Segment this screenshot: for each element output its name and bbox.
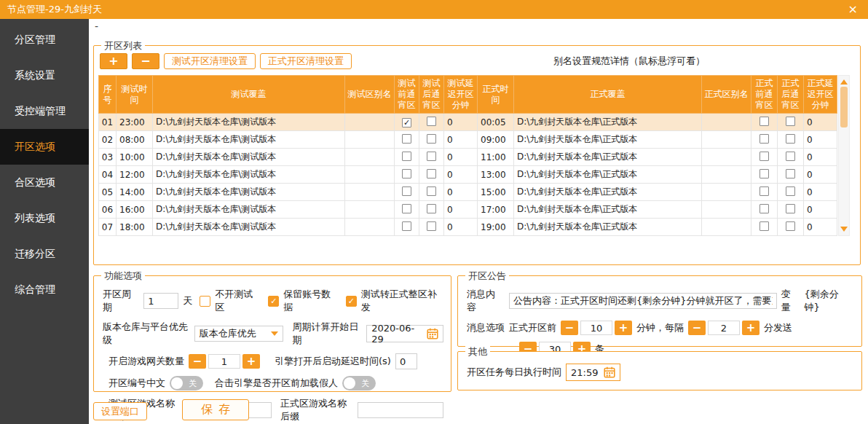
add-row-button[interactable]: + (100, 53, 127, 69)
test-pre-overnight-checkbox[interactable] (402, 204, 411, 213)
formal-time-cell: 11:00 (478, 149, 514, 166)
test-pre-overnight-checkbox[interactable] (402, 221, 411, 231)
formal-time-cell: 17:00 (478, 201, 514, 219)
collapse-dash: - (95, 20, 98, 32)
formal-delay-minutes-cell: 0 (804, 201, 837, 219)
test-pre-overnight-checkbox[interactable] (402, 152, 411, 161)
cycle-label: 开区周期 (103, 288, 139, 314)
formal-suffix-input[interactable] (358, 402, 443, 418)
formal-post-overnight-checkbox[interactable] (786, 204, 795, 213)
formal-post-overnight-checkbox[interactable] (786, 134, 795, 144)
row-no-cell: 03 (99, 149, 117, 166)
formal-cover-path-cell: D:\九剑封天版本仓库\正式版本 (514, 219, 702, 236)
cycle-input[interactable] (143, 293, 178, 309)
scroll-up-icon[interactable] (840, 79, 848, 85)
before-minutes-value[interactable]: 10 (580, 321, 612, 335)
test-pre-overnight-checkbox[interactable] (402, 169, 411, 178)
formal-pre-overnight-checkbox[interactable] (760, 187, 769, 196)
start-date-picker[interactable]: 2020-06-29 (366, 325, 443, 342)
col-header-test-delay: 测试延迟开区分钟 (444, 76, 478, 114)
zone-number-cn-label: 开区编号中文 (108, 377, 165, 390)
sidebar-item-migrate-partition[interactable]: 迁移分区 (0, 236, 89, 272)
test-post-overnight-checkbox[interactable] (427, 117, 436, 126)
scrollbar-thumb[interactable] (840, 87, 848, 127)
scroll-down-icon[interactable] (840, 227, 848, 232)
test-post-overnight-checkbox[interactable] (427, 204, 436, 213)
formal-pre-overnight-checkbox[interactable] (760, 134, 769, 144)
col-header-formal-time: 正式时间 (478, 76, 514, 114)
formal-post-overnight-checkbox-cell (778, 149, 804, 166)
formal-pre-overnight-checkbox[interactable] (760, 204, 769, 213)
formal-pre-overnight-checkbox[interactable] (760, 169, 769, 178)
task-time-picker[interactable]: 21:59 (566, 364, 620, 381)
sidebar-item-comprehensive-management[interactable]: 综合管理 (0, 272, 89, 307)
toggle-knob-icon (344, 377, 355, 389)
start-date-value: 2020-06-29 (371, 323, 421, 345)
interval-label: 分钟，每隔 (636, 321, 684, 334)
interval-stepper: − 2 + (688, 321, 760, 335)
col-header-formal-alias: 正式区别名 (702, 76, 751, 114)
sidebar-item-open-zone-options[interactable]: 开区选项 (0, 129, 89, 165)
test-post-overnight-checkbox[interactable] (427, 169, 436, 178)
test-zone-clean-settings-button[interactable]: 测试开区清理设置 (164, 53, 256, 69)
table-row[interactable]: 0412:00D:\九剑封天版本仓库\测试版本013:00D:\九剑封天版本仓库… (99, 166, 837, 184)
formal-zone-clean-settings-button[interactable]: 正式开区清理设置 (260, 53, 352, 69)
col-header-test-alias: 测试区别名 (345, 76, 395, 114)
table-row[interactable]: 0514:00D:\九剑封天版本仓库\测试版本015:00D:\九剑封天版本仓库… (99, 184, 837, 201)
engine-delay-input[interactable] (395, 353, 417, 369)
formal-post-overnight-checkbox[interactable] (786, 152, 795, 161)
test-post-overnight-checkbox[interactable] (427, 152, 436, 161)
test-pre-overnight-checkbox[interactable] (402, 118, 411, 127)
sidebar-item-partition-management[interactable]: 分区管理 (0, 22, 89, 58)
formal-pre-overnight-checkbox[interactable] (760, 221, 769, 231)
no-test-zone-checkbox[interactable] (200, 296, 210, 307)
before-minutes-minus-button[interactable]: − (561, 321, 578, 335)
gateway-count-stepper: − 1 + (189, 354, 260, 369)
set-port-button[interactable]: 设置端口 (93, 402, 147, 420)
gateway-count-value[interactable]: 1 (208, 354, 240, 369)
sidebar-item-merge-zone-options[interactable]: 合区选项 (0, 165, 89, 200)
test-post-overnight-checkbox[interactable] (427, 187, 436, 196)
test-pre-overnight-checkbox[interactable] (402, 187, 411, 196)
sidebar-item-controlled-end[interactable]: 受控端管理 (0, 93, 89, 129)
zone-number-cn-toggle[interactable]: 关 (170, 376, 203, 390)
table-scrollbar[interactable] (838, 75, 850, 236)
formal-alias-cell (702, 201, 751, 219)
formal-alias-cell (702, 184, 751, 201)
interval-plus-button[interactable]: + (742, 321, 760, 335)
test-alias-cell (345, 131, 395, 149)
formal-pre-overnight-checkbox[interactable] (760, 117, 769, 126)
test-to-formal-checkbox[interactable] (346, 296, 357, 307)
formal-post-overnight-checkbox[interactable] (786, 187, 795, 196)
formal-post-overnight-checkbox[interactable] (786, 117, 795, 126)
formal-delay-minutes-cell: 0 (804, 184, 837, 201)
test-post-overnight-checkbox[interactable] (427, 221, 436, 231)
remove-row-button[interactable]: − (132, 53, 159, 69)
row-no-cell: 01 (99, 114, 117, 131)
test-post-overnight-checkbox[interactable] (427, 134, 436, 144)
formal-post-overnight-checkbox[interactable] (786, 221, 795, 231)
message-content-input[interactable] (509, 293, 777, 309)
test-pre-overnight-checkbox[interactable] (402, 134, 411, 144)
table-row[interactable]: 0718:00D:\九剑封天版本仓库\测试版本019:00D:\九剑封天版本仓库… (99, 219, 837, 236)
table-row[interactable]: 0310:00D:\九剑封天版本仓库\测试版本011:00D:\九剑封天版本仓库… (99, 149, 837, 166)
keep-account-checkbox[interactable] (268, 296, 279, 307)
close-icon[interactable]: × (845, 4, 861, 15)
sidebar-item-system-settings[interactable]: 系统设置 (0, 58, 89, 93)
table-row[interactable]: 0123:00D:\九剑封天版本仓库\测试版本000:05D:\九剑封天版本仓库… (99, 114, 837, 131)
table-row[interactable]: 0208:00D:\九剑封天版本仓库\测试版本009:00D:\九剑封天版本仓库… (99, 131, 837, 149)
interval-value[interactable]: 2 (708, 321, 740, 335)
table-row[interactable]: 0616:00D:\九剑封天版本仓库\测试版本017:00D:\九剑封天版本仓库… (99, 201, 837, 219)
gateway-minus-button[interactable]: − (189, 354, 206, 369)
formal-pre-overnight-checkbox[interactable] (760, 152, 769, 161)
gateway-plus-button[interactable]: + (242, 354, 260, 369)
priority-select[interactable]: 版本仓库优先 (194, 326, 284, 342)
before-minutes-plus-button[interactable]: + (615, 321, 632, 335)
formal-post-overnight-checkbox[interactable] (786, 169, 795, 178)
interval-minus-button[interactable]: − (688, 321, 706, 335)
sidebar-item-list-options[interactable]: 列表选项 (0, 200, 89, 236)
save-button[interactable]: 保存 (182, 399, 249, 420)
test-post-overnight-checkbox-cell (419, 184, 444, 201)
test-alias-cell (345, 149, 395, 166)
fake-player-toggle[interactable]: 关 (342, 376, 376, 390)
